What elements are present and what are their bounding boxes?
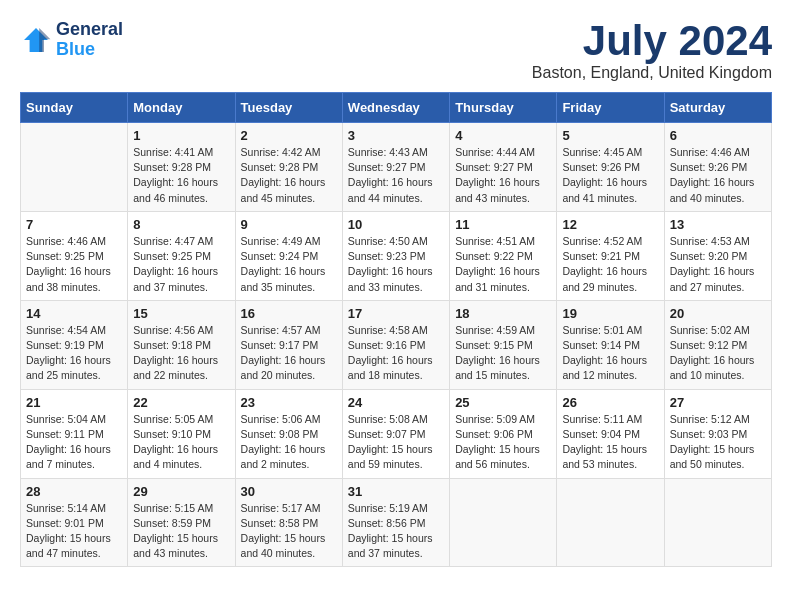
day-info: Sunrise: 4:41 AMSunset: 9:28 PMDaylight:…: [133, 145, 229, 206]
calendar-table: SundayMondayTuesdayWednesdayThursdayFrid…: [20, 92, 772, 567]
day-number: 19: [562, 306, 658, 321]
day-number: 10: [348, 217, 444, 232]
logo-icon: [20, 24, 52, 56]
day-info: Sunrise: 4:57 AMSunset: 9:17 PMDaylight:…: [241, 323, 337, 384]
day-number: 16: [241, 306, 337, 321]
calendar-cell: 17Sunrise: 4:58 AMSunset: 9:16 PMDayligh…: [342, 300, 449, 389]
day-number: 6: [670, 128, 766, 143]
calendar-cell: 6Sunrise: 4:46 AMSunset: 9:26 PMDaylight…: [664, 123, 771, 212]
day-info: Sunrise: 4:53 AMSunset: 9:20 PMDaylight:…: [670, 234, 766, 295]
svg-marker-0: [24, 28, 48, 52]
calendar-cell: 10Sunrise: 4:50 AMSunset: 9:23 PMDayligh…: [342, 211, 449, 300]
day-info: Sunrise: 4:56 AMSunset: 9:18 PMDaylight:…: [133, 323, 229, 384]
title-section: July 2024 Baston, England, United Kingdo…: [532, 20, 772, 82]
day-info: Sunrise: 4:51 AMSunset: 9:22 PMDaylight:…: [455, 234, 551, 295]
day-info: Sunrise: 5:17 AMSunset: 8:58 PMDaylight:…: [241, 501, 337, 562]
calendar-cell: 22Sunrise: 5:05 AMSunset: 9:10 PMDayligh…: [128, 389, 235, 478]
day-number: 30: [241, 484, 337, 499]
day-info: Sunrise: 5:08 AMSunset: 9:07 PMDaylight:…: [348, 412, 444, 473]
day-number: 1: [133, 128, 229, 143]
calendar-cell: [557, 478, 664, 567]
day-info: Sunrise: 4:58 AMSunset: 9:16 PMDaylight:…: [348, 323, 444, 384]
calendar-cell: 11Sunrise: 4:51 AMSunset: 9:22 PMDayligh…: [450, 211, 557, 300]
day-info: Sunrise: 4:52 AMSunset: 9:21 PMDaylight:…: [562, 234, 658, 295]
calendar-cell: 28Sunrise: 5:14 AMSunset: 9:01 PMDayligh…: [21, 478, 128, 567]
calendar-week-row: 7Sunrise: 4:46 AMSunset: 9:25 PMDaylight…: [21, 211, 772, 300]
weekday-header: Wednesday: [342, 93, 449, 123]
calendar-cell: 4Sunrise: 4:44 AMSunset: 9:27 PMDaylight…: [450, 123, 557, 212]
day-number: 3: [348, 128, 444, 143]
day-number: 24: [348, 395, 444, 410]
calendar-cell: [450, 478, 557, 567]
calendar-cell: 13Sunrise: 4:53 AMSunset: 9:20 PMDayligh…: [664, 211, 771, 300]
location-text: Baston, England, United Kingdom: [532, 64, 772, 82]
day-number: 18: [455, 306, 551, 321]
calendar-cell: 23Sunrise: 5:06 AMSunset: 9:08 PMDayligh…: [235, 389, 342, 478]
calendar-cell: 30Sunrise: 5:17 AMSunset: 8:58 PMDayligh…: [235, 478, 342, 567]
day-info: Sunrise: 5:12 AMSunset: 9:03 PMDaylight:…: [670, 412, 766, 473]
logo-text-blue: Blue: [56, 40, 123, 60]
day-info: Sunrise: 5:05 AMSunset: 9:10 PMDaylight:…: [133, 412, 229, 473]
day-number: 25: [455, 395, 551, 410]
day-info: Sunrise: 5:09 AMSunset: 9:06 PMDaylight:…: [455, 412, 551, 473]
day-info: Sunrise: 5:02 AMSunset: 9:12 PMDaylight:…: [670, 323, 766, 384]
day-info: Sunrise: 4:46 AMSunset: 9:26 PMDaylight:…: [670, 145, 766, 206]
day-number: 9: [241, 217, 337, 232]
calendar-cell: 31Sunrise: 5:19 AMSunset: 8:56 PMDayligh…: [342, 478, 449, 567]
day-number: 11: [455, 217, 551, 232]
day-number: 31: [348, 484, 444, 499]
calendar-cell: 9Sunrise: 4:49 AMSunset: 9:24 PMDaylight…: [235, 211, 342, 300]
calendar-cell: [21, 123, 128, 212]
logo: General Blue: [20, 20, 123, 60]
logo-text-general: General: [56, 20, 123, 40]
day-info: Sunrise: 5:14 AMSunset: 9:01 PMDaylight:…: [26, 501, 122, 562]
day-number: 22: [133, 395, 229, 410]
calendar-cell: 29Sunrise: 5:15 AMSunset: 8:59 PMDayligh…: [128, 478, 235, 567]
calendar-cell: 18Sunrise: 4:59 AMSunset: 9:15 PMDayligh…: [450, 300, 557, 389]
day-number: 27: [670, 395, 766, 410]
weekday-header-row: SundayMondayTuesdayWednesdayThursdayFrid…: [21, 93, 772, 123]
day-info: Sunrise: 5:11 AMSunset: 9:04 PMDaylight:…: [562, 412, 658, 473]
calendar-cell: 15Sunrise: 4:56 AMSunset: 9:18 PMDayligh…: [128, 300, 235, 389]
calendar-cell: 25Sunrise: 5:09 AMSunset: 9:06 PMDayligh…: [450, 389, 557, 478]
calendar-cell: 24Sunrise: 5:08 AMSunset: 9:07 PMDayligh…: [342, 389, 449, 478]
day-info: Sunrise: 5:19 AMSunset: 8:56 PMDaylight:…: [348, 501, 444, 562]
day-info: Sunrise: 4:59 AMSunset: 9:15 PMDaylight:…: [455, 323, 551, 384]
day-number: 23: [241, 395, 337, 410]
day-info: Sunrise: 4:49 AMSunset: 9:24 PMDaylight:…: [241, 234, 337, 295]
day-info: Sunrise: 5:01 AMSunset: 9:14 PMDaylight:…: [562, 323, 658, 384]
calendar-cell: 12Sunrise: 4:52 AMSunset: 9:21 PMDayligh…: [557, 211, 664, 300]
weekday-header: Monday: [128, 93, 235, 123]
calendar-cell: [664, 478, 771, 567]
day-info: Sunrise: 5:06 AMSunset: 9:08 PMDaylight:…: [241, 412, 337, 473]
calendar-cell: 2Sunrise: 4:42 AMSunset: 9:28 PMDaylight…: [235, 123, 342, 212]
month-title: July 2024: [532, 20, 772, 62]
calendar-cell: 19Sunrise: 5:01 AMSunset: 9:14 PMDayligh…: [557, 300, 664, 389]
day-number: 12: [562, 217, 658, 232]
day-number: 4: [455, 128, 551, 143]
calendar-cell: 26Sunrise: 5:11 AMSunset: 9:04 PMDayligh…: [557, 389, 664, 478]
calendar-cell: 3Sunrise: 4:43 AMSunset: 9:27 PMDaylight…: [342, 123, 449, 212]
weekday-header: Sunday: [21, 93, 128, 123]
day-info: Sunrise: 4:42 AMSunset: 9:28 PMDaylight:…: [241, 145, 337, 206]
day-info: Sunrise: 4:47 AMSunset: 9:25 PMDaylight:…: [133, 234, 229, 295]
day-number: 28: [26, 484, 122, 499]
day-number: 7: [26, 217, 122, 232]
day-number: 14: [26, 306, 122, 321]
day-number: 13: [670, 217, 766, 232]
day-number: 29: [133, 484, 229, 499]
calendar-week-row: 28Sunrise: 5:14 AMSunset: 9:01 PMDayligh…: [21, 478, 772, 567]
calendar-cell: 8Sunrise: 4:47 AMSunset: 9:25 PMDaylight…: [128, 211, 235, 300]
calendar-cell: 14Sunrise: 4:54 AMSunset: 9:19 PMDayligh…: [21, 300, 128, 389]
calendar-cell: 27Sunrise: 5:12 AMSunset: 9:03 PMDayligh…: [664, 389, 771, 478]
day-info: Sunrise: 4:54 AMSunset: 9:19 PMDaylight:…: [26, 323, 122, 384]
calendar-week-row: 21Sunrise: 5:04 AMSunset: 9:11 PMDayligh…: [21, 389, 772, 478]
day-number: 15: [133, 306, 229, 321]
day-info: Sunrise: 4:50 AMSunset: 9:23 PMDaylight:…: [348, 234, 444, 295]
day-number: 20: [670, 306, 766, 321]
calendar-week-row: 14Sunrise: 4:54 AMSunset: 9:19 PMDayligh…: [21, 300, 772, 389]
day-number: 5: [562, 128, 658, 143]
day-info: Sunrise: 5:04 AMSunset: 9:11 PMDaylight:…: [26, 412, 122, 473]
day-info: Sunrise: 4:46 AMSunset: 9:25 PMDaylight:…: [26, 234, 122, 295]
calendar-cell: 1Sunrise: 4:41 AMSunset: 9:28 PMDaylight…: [128, 123, 235, 212]
